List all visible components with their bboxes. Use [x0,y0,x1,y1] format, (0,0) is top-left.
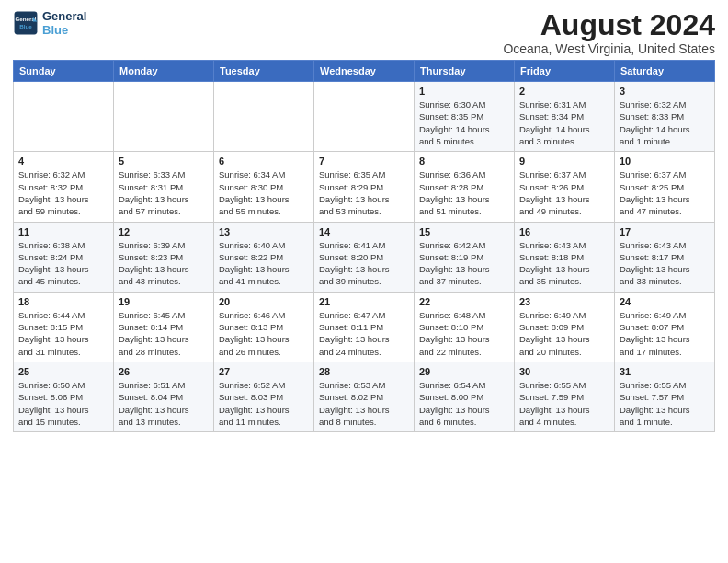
calendar-cell: 6Sunrise: 6:34 AMSunset: 8:30 PMDaylight… [214,152,314,222]
calendar-table: SundayMondayTuesdayWednesdayThursdayFrid… [13,60,715,432]
day-info: Sunrise: 6:49 AMSunset: 8:07 PMDaylight:… [620,309,710,358]
calendar-cell: 31Sunrise: 6:55 AMSunset: 7:57 PMDayligh… [615,362,715,431]
day-number: 8 [419,155,509,167]
header: General Blue General Blue August 2024 Oc… [13,9,715,56]
day-number: 27 [219,366,309,377]
calendar-cell: 21Sunrise: 6:47 AMSunset: 8:11 PMDayligh… [314,292,415,362]
calendar-cell: 27Sunrise: 6:52 AMSunset: 8:03 PMDayligh… [214,362,314,431]
calendar-cell: 1Sunrise: 6:30 AMSunset: 8:35 PMDaylight… [415,82,515,152]
day-number: 5 [119,155,209,167]
weekday-header-tuesday: Tuesday [214,61,314,82]
day-info: Sunrise: 6:34 AMSunset: 8:30 PMDaylight:… [219,168,309,217]
calendar-cell: 4Sunrise: 6:32 AMSunset: 8:32 PMDaylight… [14,152,114,222]
calendar-cell: 25Sunrise: 6:50 AMSunset: 8:06 PMDayligh… [14,362,114,431]
calendar-cell: 18Sunrise: 6:44 AMSunset: 8:15 PMDayligh… [14,292,114,362]
calendar-cell: 16Sunrise: 6:43 AMSunset: 8:18 PMDayligh… [515,222,615,292]
calendar-cell: 30Sunrise: 6:55 AMSunset: 7:59 PMDayligh… [515,362,615,431]
day-number: 28 [319,366,409,377]
day-number: 26 [119,366,209,377]
calendar-cell: 9Sunrise: 6:37 AMSunset: 8:26 PMDaylight… [515,152,615,222]
day-number: 29 [419,366,509,377]
day-info: Sunrise: 6:37 AMSunset: 8:25 PMDaylight:… [620,168,710,217]
day-info: Sunrise: 6:51 AMSunset: 8:04 PMDaylight:… [119,379,209,428]
day-number: 14 [319,226,409,237]
calendar-cell: 17Sunrise: 6:43 AMSunset: 8:17 PMDayligh… [615,222,715,292]
day-info: Sunrise: 6:31 AMSunset: 8:34 PMDaylight:… [519,98,609,147]
day-info: Sunrise: 6:41 AMSunset: 8:20 PMDaylight:… [319,239,409,288]
day-number: 25 [18,366,108,377]
logo-text: General Blue [42,9,86,37]
calendar-cell: 2Sunrise: 6:31 AMSunset: 8:34 PMDaylight… [515,82,615,152]
day-number: 2 [519,86,609,97]
day-info: Sunrise: 6:32 AMSunset: 8:32 PMDaylight:… [18,168,108,217]
day-info: Sunrise: 6:49 AMSunset: 8:09 PMDaylight:… [519,309,609,358]
day-number: 4 [18,155,108,167]
week-row-1: 1Sunrise: 6:30 AMSunset: 8:35 PMDaylight… [14,82,715,152]
day-info: Sunrise: 6:33 AMSunset: 8:31 PMDaylight:… [119,168,209,217]
day-number: 22 [419,296,509,307]
day-number: 31 [620,366,710,377]
day-info: Sunrise: 6:37 AMSunset: 8:26 PMDaylight:… [519,168,609,217]
calendar-cell: 29Sunrise: 6:54 AMSunset: 8:00 PMDayligh… [415,362,515,431]
week-row-4: 18Sunrise: 6:44 AMSunset: 8:15 PMDayligh… [14,292,715,362]
calendar-cell: 23Sunrise: 6:49 AMSunset: 8:09 PMDayligh… [515,292,615,362]
weekday-header-sunday: Sunday [14,61,114,82]
weekday-header-monday: Monday [114,61,214,82]
day-info: Sunrise: 6:36 AMSunset: 8:28 PMDaylight:… [419,168,509,217]
day-info: Sunrise: 6:35 AMSunset: 8:29 PMDaylight:… [319,168,409,217]
day-number: 24 [620,296,710,307]
calendar-cell [214,82,314,152]
day-info: Sunrise: 6:43 AMSunset: 8:18 PMDaylight:… [519,239,609,288]
calendar-cell: 19Sunrise: 6:45 AMSunset: 8:14 PMDayligh… [114,292,214,362]
calendar-cell: 15Sunrise: 6:42 AMSunset: 8:19 PMDayligh… [415,222,515,292]
calendar-cell: 24Sunrise: 6:49 AMSunset: 8:07 PMDayligh… [615,292,715,362]
day-number: 10 [620,155,710,167]
logo: General Blue General Blue [13,9,86,37]
calendar-cell [114,82,214,152]
day-info: Sunrise: 6:53 AMSunset: 8:02 PMDaylight:… [319,379,409,428]
day-info: Sunrise: 6:43 AMSunset: 8:17 PMDaylight:… [620,239,710,288]
calendar-cell: 5Sunrise: 6:33 AMSunset: 8:31 PMDaylight… [114,152,214,222]
calendar-cell: 3Sunrise: 6:32 AMSunset: 8:33 PMDaylight… [615,82,715,152]
day-info: Sunrise: 6:39 AMSunset: 8:23 PMDaylight:… [119,239,209,288]
weekday-header-thursday: Thursday [415,61,515,82]
day-info: Sunrise: 6:52 AMSunset: 8:03 PMDaylight:… [219,379,309,428]
weekday-header-saturday: Saturday [615,61,715,82]
page-container: General Blue General Blue August 2024 Oc… [0,0,728,440]
day-number: 30 [519,366,609,377]
location-subtitle: Oceana, West Virginia, United States [503,41,715,56]
day-info: Sunrise: 6:46 AMSunset: 8:13 PMDaylight:… [219,309,309,358]
day-number: 23 [519,296,609,307]
day-number: 13 [219,226,309,237]
day-number: 9 [519,155,609,167]
calendar-cell: 28Sunrise: 6:53 AMSunset: 8:02 PMDayligh… [314,362,415,431]
day-number: 21 [319,296,409,307]
week-row-3: 11Sunrise: 6:38 AMSunset: 8:24 PMDayligh… [14,222,715,292]
day-info: Sunrise: 6:42 AMSunset: 8:19 PMDaylight:… [419,239,509,288]
day-number: 1 [419,86,509,97]
calendar-cell: 22Sunrise: 6:48 AMSunset: 8:10 PMDayligh… [415,292,515,362]
day-info: Sunrise: 6:54 AMSunset: 8:00 PMDaylight:… [419,379,509,428]
day-number: 15 [419,226,509,237]
day-info: Sunrise: 6:55 AMSunset: 7:59 PMDaylight:… [519,379,609,428]
calendar-cell: 26Sunrise: 6:51 AMSunset: 8:04 PMDayligh… [114,362,214,431]
day-number: 12 [119,226,209,237]
calendar-cell: 8Sunrise: 6:36 AMSunset: 8:28 PMDaylight… [415,152,515,222]
day-number: 20 [219,296,309,307]
day-info: Sunrise: 6:48 AMSunset: 8:10 PMDaylight:… [419,309,509,358]
week-row-5: 25Sunrise: 6:50 AMSunset: 8:06 PMDayligh… [14,362,715,431]
day-number: 7 [319,155,409,167]
calendar-cell [14,82,114,152]
day-number: 17 [620,226,710,237]
week-row-2: 4Sunrise: 6:32 AMSunset: 8:32 PMDaylight… [14,152,715,222]
month-year-title: August 2024 [503,9,715,41]
weekday-header-wednesday: Wednesday [314,61,415,82]
logo-icon: General Blue [13,10,39,36]
title-block: August 2024 Oceana, West Virginia, Unite… [503,9,715,56]
svg-text:Blue: Blue [19,23,32,29]
day-info: Sunrise: 6:50 AMSunset: 8:06 PMDaylight:… [18,379,108,428]
day-info: Sunrise: 6:45 AMSunset: 8:14 PMDaylight:… [119,309,209,358]
calendar-cell [314,82,415,152]
day-number: 6 [219,155,309,167]
day-info: Sunrise: 6:47 AMSunset: 8:11 PMDaylight:… [319,309,409,358]
